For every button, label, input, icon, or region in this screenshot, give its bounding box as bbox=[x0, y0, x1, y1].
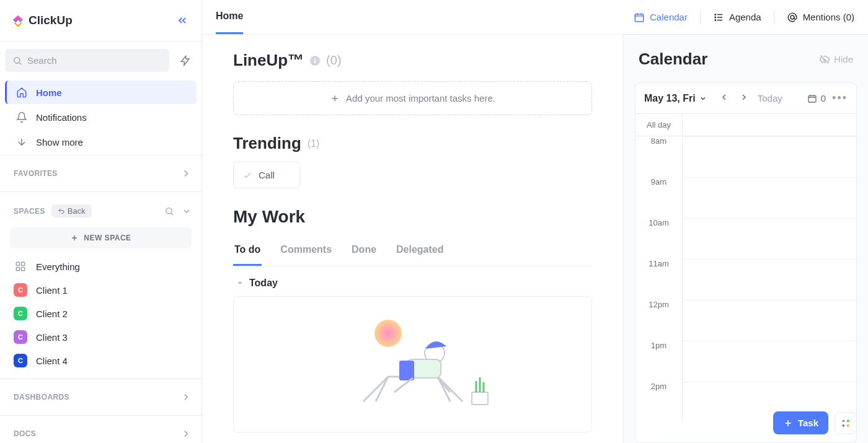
nav-notifications[interactable]: Notifications bbox=[5, 105, 197, 129]
search-box[interactable] bbox=[5, 49, 169, 72]
calendar-more-button[interactable]: ••• bbox=[832, 92, 848, 105]
calendar-hide-button[interactable]: Hide bbox=[819, 54, 853, 65]
new-space-button[interactable]: NEW SPACE bbox=[10, 227, 192, 248]
sidebar-top: Home Notifications Show more bbox=[0, 42, 202, 155]
favorites-section: FAVORITES bbox=[0, 155, 202, 191]
topbar-agenda[interactable]: Agenda bbox=[713, 12, 761, 23]
chevron-down-icon[interactable] bbox=[182, 206, 192, 216]
topbar-calendar-label: Calendar bbox=[650, 12, 688, 22]
calendar-date-picker[interactable]: May 13, Fri bbox=[644, 93, 707, 104]
favorites-header[interactable]: FAVORITES bbox=[0, 162, 202, 185]
chevron-right-icon bbox=[180, 428, 192, 439]
calendar-today-button[interactable]: Today bbox=[758, 93, 782, 103]
topbar-mentions[interactable]: Mentions (0) bbox=[787, 12, 854, 23]
svg-rect-7 bbox=[635, 14, 644, 21]
dashboards-label: DASHBOARDS bbox=[14, 393, 69, 401]
new-task-button[interactable]: Task bbox=[773, 411, 828, 434]
new-space-label: NEW SPACE bbox=[84, 234, 131, 242]
docs-header[interactable]: DOCS bbox=[0, 422, 202, 443]
svg-rect-5 bbox=[22, 268, 25, 271]
tab-done[interactable]: Done bbox=[350, 238, 378, 266]
mywork-title: My Work bbox=[233, 207, 592, 227]
calendar-hide-label: Hide bbox=[834, 54, 853, 64]
svg-point-20 bbox=[842, 424, 844, 426]
svg-point-1 bbox=[166, 208, 172, 213]
check-icon bbox=[242, 170, 252, 180]
calendar-hour-row[interactable]: 1pm bbox=[636, 341, 856, 382]
trending-item[interactable]: Call bbox=[233, 162, 300, 188]
calendar-hour-row[interactable]: 11am bbox=[636, 259, 856, 300]
calendar-hour-row[interactable]: 8am bbox=[636, 136, 856, 177]
calendar-prev-button[interactable] bbox=[719, 92, 729, 105]
svg-point-10 bbox=[715, 19, 716, 20]
space-client-3[interactable]: C Client 3 bbox=[0, 325, 202, 349]
info-icon[interactable]: i bbox=[310, 56, 320, 66]
calendar-grid: All day 8am 9am 10am 11am 12pm 1pm 2pm bbox=[635, 114, 857, 443]
nav-show-more[interactable]: Show more bbox=[5, 130, 197, 154]
svg-rect-17 bbox=[808, 95, 816, 102]
quick-action-button[interactable] bbox=[174, 50, 197, 72]
trending-title: Trending bbox=[233, 134, 301, 153]
logo-icon bbox=[11, 14, 25, 27]
svg-rect-3 bbox=[22, 262, 25, 265]
svg-point-12 bbox=[374, 320, 402, 347]
svg-point-8 bbox=[715, 14, 716, 15]
svg-point-18 bbox=[842, 419, 844, 422]
hour-label: 2pm bbox=[636, 382, 683, 423]
dashboards-section: DASHBOARDS bbox=[0, 379, 202, 415]
search-icon bbox=[12, 56, 22, 66]
collapse-sidebar-button[interactable] bbox=[173, 11, 192, 30]
tab-delegated[interactable]: Delegated bbox=[395, 238, 445, 266]
topbar-calendar[interactable]: Calendar bbox=[634, 12, 688, 23]
space-everything[interactable]: Everything bbox=[0, 255, 202, 278]
dashboards-header[interactable]: DASHBOARDS bbox=[0, 385, 202, 409]
spaces-back-button[interactable]: Back bbox=[51, 204, 92, 217]
favorites-label: FAVORITES bbox=[14, 169, 58, 178]
space-badge: C bbox=[14, 354, 27, 367]
brand-name: ClickUp bbox=[29, 14, 73, 27]
search-icon[interactable] bbox=[164, 206, 174, 216]
undo-icon bbox=[58, 208, 65, 215]
tab-comments[interactable]: Comments bbox=[279, 238, 333, 266]
tab-todo[interactable]: To do bbox=[233, 238, 262, 266]
lineup-count: (0) bbox=[326, 53, 341, 68]
topbar-agenda-label: Agenda bbox=[729, 12, 761, 22]
calendar-hour-row[interactable]: 9am bbox=[636, 177, 856, 218]
calendar-icon bbox=[634, 12, 645, 23]
separator bbox=[700, 11, 701, 24]
new-task-label: Task bbox=[798, 418, 818, 428]
chevron-right-icon bbox=[180, 392, 192, 403]
calendar-allday-row[interactable]: All day bbox=[636, 114, 856, 136]
sidebar-header: ClickUp bbox=[0, 0, 202, 42]
lineup-add-box[interactable]: Add your most important tasks here. bbox=[233, 81, 592, 115]
group-today[interactable]: Today bbox=[233, 266, 592, 296]
trending-title-row: Trending (1) bbox=[233, 134, 592, 153]
space-client-4[interactable]: C Client 4 bbox=[0, 349, 202, 372]
calendar-panel: Calendar Hide May 13, Fri Today bbox=[623, 35, 868, 443]
calendar-toolbar: May 13, Fri Today 0 ••• bbox=[635, 82, 857, 114]
nav-notifications-label: Notifications bbox=[36, 112, 87, 123]
calendar-title: Calendar bbox=[639, 50, 707, 69]
calendar-count[interactable]: 0 bbox=[807, 93, 826, 103]
space-client-1[interactable]: C Client 1 bbox=[0, 278, 202, 302]
apps-icon bbox=[840, 418, 851, 429]
calendar-hour-row[interactable]: 10am bbox=[636, 218, 856, 259]
lineup-title-row: LineUp™ i (0) bbox=[233, 51, 592, 70]
calendar-hour-row[interactable]: 12pm bbox=[636, 300, 856, 341]
separator bbox=[774, 11, 774, 24]
svg-point-9 bbox=[715, 17, 716, 18]
space-label: Client 1 bbox=[36, 285, 68, 296]
list-icon bbox=[713, 12, 724, 23]
content: LineUp™ i (0) Add your most important ta… bbox=[202, 35, 623, 443]
hour-label: 12pm bbox=[636, 300, 683, 341]
space-client-2[interactable]: C Client 2 bbox=[0, 302, 202, 325]
nav-list: Home Notifications Show more bbox=[5, 81, 197, 154]
search-input[interactable] bbox=[27, 55, 162, 66]
eye-off-icon bbox=[819, 54, 830, 65]
apps-button[interactable] bbox=[835, 412, 857, 434]
calendar-next-button[interactable] bbox=[739, 92, 749, 105]
nav-home[interactable]: Home bbox=[5, 81, 197, 104]
app-logo[interactable]: ClickUp bbox=[11, 14, 73, 27]
group-today-label: Today bbox=[249, 278, 278, 289]
trending-count: (1) bbox=[308, 138, 320, 149]
